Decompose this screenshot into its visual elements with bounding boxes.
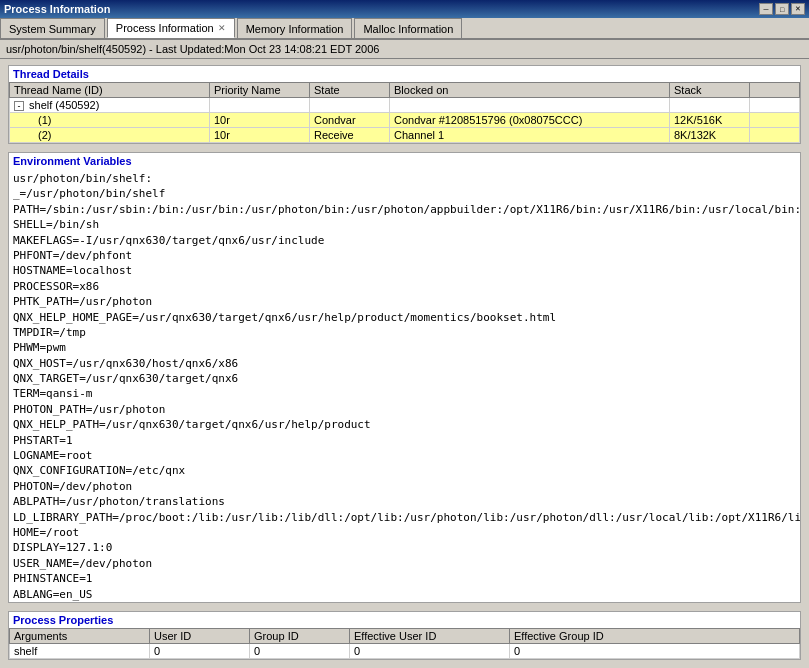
env-line: MAKEFLAGS=-I/usr/qnx630/target/qnx6/usr/… <box>13 233 796 248</box>
env-line: PHWM=pwm <box>13 340 796 355</box>
thread-parent-name: shelf (450592) <box>29 99 99 111</box>
tab-malloc-info-label: Malloc Information <box>363 23 453 35</box>
tab-process-info-label: Process Information <box>116 22 214 34</box>
thread-child2-extra <box>750 128 800 143</box>
thread-extra-cell <box>750 98 800 113</box>
thread-state-cell <box>310 98 390 113</box>
env-line: LOGNAME=root <box>13 448 796 463</box>
env-line: DISPLAY=127.1:0 <box>13 540 796 555</box>
title-bar-controls: ─ □ ✕ <box>759 3 805 15</box>
env-line: PHOTON=/dev/photon <box>13 479 796 494</box>
env-line: LD_LIBRARY_PATH=/proc/boot:/lib:/usr/lib… <box>13 510 796 525</box>
proc-col-groupid: Group ID <box>250 629 350 644</box>
env-line: usr/photon/bin/shelf: <box>13 171 796 186</box>
thread-child2-state: Receive <box>310 128 390 143</box>
col-priority: Priority Name <box>210 83 310 98</box>
env-line: PROCESSOR=x86 <box>13 279 796 294</box>
col-stack: Stack <box>670 83 750 98</box>
col-extra <box>750 83 800 98</box>
thread-child1-stack: 12K/516K <box>670 113 750 128</box>
thread-table: Thread Name (ID) Priority Name State Blo… <box>9 82 800 143</box>
env-line: TERM=qansi-m <box>13 386 796 401</box>
col-blocked: Blocked on <box>390 83 670 98</box>
proc-effective-userid: 0 <box>350 644 510 659</box>
thread-child1-state: Condvar <box>310 113 390 128</box>
address-bar: usr/photon/bin/shelf(450592) - Last Upda… <box>0 40 809 59</box>
title-bar: Process Information ─ □ ✕ <box>0 0 809 18</box>
thread-child1-extra <box>750 113 800 128</box>
thread-details-section: Thread Details Thread Name (ID) Priority… <box>8 65 801 144</box>
thread-child1-priority: 10r <box>210 113 310 128</box>
env-line: PHFONT=/dev/phfont <box>13 248 796 263</box>
process-properties-table: Arguments User ID Group ID Effective Use… <box>9 628 800 659</box>
process-properties-section: Process Properties Arguments User ID Gro… <box>8 611 801 660</box>
thread-child2-name: (2) <box>10 128 210 143</box>
tab-memory-info-label: Memory Information <box>246 23 344 35</box>
env-line: ABLPATH=/usr/photon/translations <box>13 494 796 509</box>
thread-child1-blocked: Condvar #1208515796 (0x08075CCC) <box>390 113 670 128</box>
env-line: QNX_TARGET=/usr/qnx630/target/qnx6 <box>13 371 796 386</box>
tab-process-info-close[interactable]: ✕ <box>218 23 226 33</box>
env-line: QNX_HELP_HOME_PAGE=/usr/qnx630/target/qn… <box>13 310 796 325</box>
thread-name-cell: - shelf (450592) <box>10 98 210 113</box>
tab-bar: System Summary Process Information ✕ Mem… <box>0 18 809 40</box>
expand-icon[interactable]: - <box>14 101 24 111</box>
thread-child1-name: (1) <box>10 113 210 128</box>
thread-priority-cell <box>210 98 310 113</box>
app-window: Process Information ─ □ ✕ System Summary… <box>0 0 809 668</box>
close-button[interactable]: ✕ <box>791 3 805 15</box>
proc-col-userid: User ID <box>150 629 250 644</box>
tab-system-summary[interactable]: System Summary <box>0 18 105 38</box>
env-line: PATH=/sbin:/usr/sbin:/bin:/usr/bin:/usr/… <box>13 202 796 217</box>
proc-col-arguments: Arguments <box>10 629 150 644</box>
tab-system-summary-label: System Summary <box>9 23 96 35</box>
table-row: (2) 10r Receive Channel 1 8K/132K <box>10 128 800 143</box>
col-thread-name: Thread Name (ID) <box>10 83 210 98</box>
env-line: HOME=/root <box>13 525 796 540</box>
tab-process-info[interactable]: Process Information ✕ <box>107 18 235 38</box>
env-line: PHINSTANCE=1 <box>13 571 796 586</box>
env-line: HOSTNAME=localhost <box>13 263 796 278</box>
proc-arguments: shelf <box>10 644 150 659</box>
proc-userid: 0 <box>150 644 250 659</box>
env-line: PHSTART=1 <box>13 433 796 448</box>
proc-col-effective-groupid: Effective Group ID <box>510 629 800 644</box>
env-line: PHTK_PATH=/usr/photon <box>13 294 796 309</box>
env-variables-content[interactable]: usr/photon/bin/shelf:_=/usr/photon/bin/s… <box>9 169 800 602</box>
thread-details-title: Thread Details <box>9 66 800 82</box>
thread-blocked-cell <box>390 98 670 113</box>
proc-effective-groupid: 0 <box>510 644 800 659</box>
tab-malloc-info[interactable]: Malloc Information <box>354 18 462 38</box>
table-row: shelf 0 0 0 0 <box>10 644 800 659</box>
env-line: QNX_HOST=/usr/qnx630/host/qnx6/x86 <box>13 356 796 371</box>
table-row: (1) 10r Condvar Condvar #1208515796 (0x0… <box>10 113 800 128</box>
proc-groupid: 0 <box>250 644 350 659</box>
env-line: PHOTON_PATH=/usr/photon <box>13 402 796 417</box>
address-text: usr/photon/bin/shelf(450592) - Last Upda… <box>6 43 379 55</box>
maximize-button[interactable]: □ <box>775 3 789 15</box>
table-row: - shelf (450592) <box>10 98 800 113</box>
env-line: SHELL=/bin/sh <box>13 217 796 232</box>
env-line: QNX_CONFIGURATION=/etc/qnx <box>13 463 796 478</box>
minimize-button[interactable]: ─ <box>759 3 773 15</box>
env-variables-title: Environment Variables <box>9 153 800 169</box>
env-line: _=/usr/photon/bin/shelf <box>13 186 796 201</box>
env-variables-section: Environment Variables usr/photon/bin/she… <box>8 152 801 603</box>
env-line: TMPDIR=/tmp <box>13 325 796 340</box>
proc-col-effective-userid: Effective User ID <box>350 629 510 644</box>
thread-child2-stack: 8K/132K <box>670 128 750 143</box>
col-state: State <box>310 83 390 98</box>
env-line: QNX_HELP_PATH=/usr/qnx630/target/qnx6/us… <box>13 417 796 432</box>
thread-child2-blocked: Channel 1 <box>390 128 670 143</box>
content-area: Thread Details Thread Name (ID) Priority… <box>0 59 809 668</box>
env-line: USER_NAME=/dev/photon <box>13 556 796 571</box>
env-line: ABLANG=en_US <box>13 587 796 602</box>
title-bar-text: Process Information <box>4 3 110 15</box>
thread-child2-priority: 10r <box>210 128 310 143</box>
thread-stack-cell <box>670 98 750 113</box>
tab-memory-info[interactable]: Memory Information <box>237 18 353 38</box>
process-properties-title: Process Properties <box>9 612 800 628</box>
